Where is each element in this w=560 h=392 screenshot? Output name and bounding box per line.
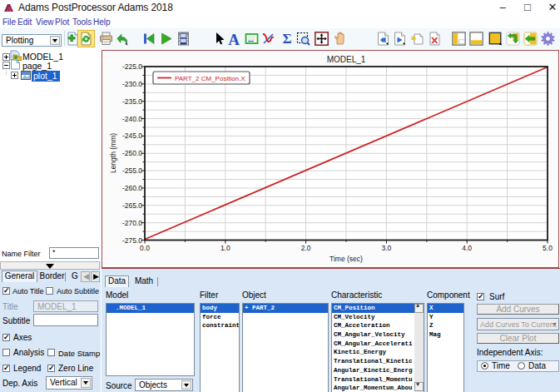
svg-text:2.0: 2.0 bbox=[301, 244, 311, 252]
svg-text:MODEL_1: MODEL_1 bbox=[327, 55, 366, 64]
svg-text:-275.0: -275.0 bbox=[122, 236, 142, 245]
svg-text:-240.0: -240.0 bbox=[122, 115, 142, 123]
svg-text:-230.0: -230.0 bbox=[122, 80, 142, 88]
svg-text:Length (mm): Length (mm) bbox=[109, 133, 117, 173]
svg-text:Time (sec): Time (sec) bbox=[330, 255, 363, 263]
svg-text:-225.0: -225.0 bbox=[122, 62, 142, 71]
svg-text:1.0: 1.0 bbox=[221, 244, 230, 252]
svg-text:-250.0: -250.0 bbox=[122, 149, 142, 157]
svg-text:-260.0: -260.0 bbox=[122, 184, 142, 192]
svg-text:-270.0: -270.0 bbox=[122, 219, 142, 227]
svg-text:PART_2 CM_Position.X: PART_2 CM_Position.X bbox=[175, 75, 245, 82]
svg-text:-245.0: -245.0 bbox=[122, 131, 142, 140]
svg-text:0.0: 0.0 bbox=[140, 244, 150, 252]
svg-text:4.0: 4.0 bbox=[462, 244, 472, 252]
svg-text:-235.0: -235.0 bbox=[122, 97, 142, 106]
svg-text:-265.0: -265.0 bbox=[122, 201, 142, 210]
svg-text:3.0: 3.0 bbox=[381, 244, 391, 252]
svg-text:-255.0: -255.0 bbox=[122, 166, 142, 175]
svg-text:5.0: 5.0 bbox=[543, 244, 553, 252]
